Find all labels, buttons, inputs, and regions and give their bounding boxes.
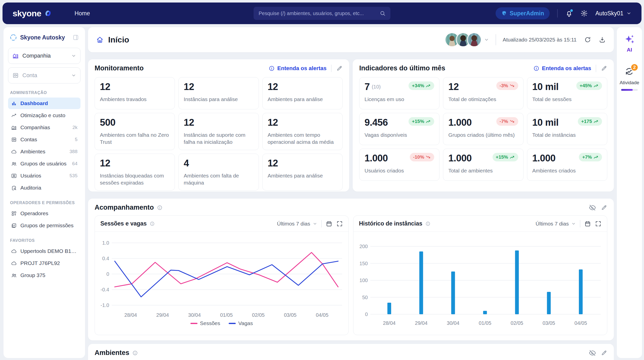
sidebar-sections: ADMINISTRAÇÃODashboardOtimização e custo… (8, 91, 80, 281)
stat-card: 12Ambientes para análise (262, 154, 343, 191)
sidebar-item-operadores[interactable]: Operadores (8, 208, 80, 219)
edit-icon[interactable] (601, 350, 607, 356)
understand-alerts-link[interactable]: Entenda os alertas (533, 65, 591, 72)
stat-label: Grupos criados (último mês) (448, 131, 518, 139)
sessions-chart-card: Sessões e vagas Últimos 7 dias 1.00.40-0… (95, 215, 349, 335)
instances-history-chart: 05010015020028/0429/0430/0401/0502/0503/… (356, 234, 605, 329)
stat-label: Ambientes com tempo operacional acima da… (268, 131, 337, 146)
stat-value: 12 (268, 81, 278, 92)
header-right: Atualizado 25/03/2025 às 15:11 (445, 32, 606, 47)
sidebar-section-label: ADMINISTRAÇÃO (10, 91, 78, 95)
edit-icon[interactable] (601, 65, 607, 72)
sidebar-item-otimizacao-e-custo[interactable]: Otimização e custo (8, 110, 80, 121)
workspace-name: Skyone Autosky (20, 34, 69, 41)
stat-value: 1.000 (448, 153, 472, 164)
sessions-chart-title: Sessões e vagas (100, 220, 147, 227)
charts-row: Sessões e vagas Últimos 7 dias 1.00.40-0… (88, 215, 614, 335)
sidebar-item-usuarios[interactable]: Usuários535 (8, 170, 80, 182)
skyone-logo-icon (44, 9, 52, 18)
count-badge: 5 (75, 137, 77, 142)
avatar[interactable] (467, 32, 481, 47)
home-icon (96, 36, 104, 43)
svg-text:1.0: 1.0 (102, 240, 109, 246)
info-icon (425, 221, 430, 226)
info-icon (157, 205, 163, 210)
fullscreen-icon[interactable] (336, 220, 343, 227)
stat-label: Ambientes travados (100, 96, 170, 103)
sidebar-item-projt-j76pl92[interactable]: PROJT J76PL92 (8, 257, 80, 269)
sidebar-item-dashboard[interactable]: Dashboard (8, 98, 80, 109)
notifications-button[interactable] (565, 10, 573, 17)
sidebar-item-grupos-de-usuarios[interactable]: Grupos de usuários64 (8, 158, 80, 169)
activity-label: Atividade (620, 80, 639, 85)
hide-section-icon[interactable] (589, 349, 596, 357)
range-select[interactable]: Últimos 7 dias (536, 221, 576, 227)
activity-button[interactable]: 2 Atividade (620, 53, 639, 91)
sidebar-item-contas[interactable]: Contas5 (8, 134, 80, 145)
account-menu[interactable]: AutoSky01 (595, 10, 631, 17)
indicators-grid: 7(10)+34%Licenças em uso12-3%Total de ot… (353, 76, 614, 186)
activity-progress (621, 89, 638, 91)
indicators-section: Indicadores do último mês Entenda os ale… (353, 59, 614, 192)
divider (596, 65, 596, 72)
stat-card: 12Ambientes para análise (262, 77, 343, 109)
sidebar-item-group-375[interactable]: Group 375 (8, 269, 80, 281)
instances-chart-title: Histórico de instâncias (359, 220, 422, 227)
ai-button[interactable]: AI (624, 34, 635, 53)
skyone-logo[interactable]: skyone (13, 9, 52, 18)
user-card-icon (11, 173, 17, 179)
sidebar-item-auditoria[interactable]: Auditoria (8, 182, 80, 194)
stat-card: 9.456+15%Vagas disponíveis (359, 113, 439, 145)
svg-text:150: 150 (359, 261, 368, 266)
stat-label: Instâncias para análise (184, 96, 253, 103)
search-input[interactable] (258, 10, 379, 17)
fullscreen-icon[interactable] (595, 220, 601, 227)
gear-icon[interactable] (580, 10, 588, 17)
stat-label: Total de otimizações (448, 96, 518, 103)
sidebar-item-companhias[interactable]: Companhias2k (8, 122, 80, 133)
company-select[interactable]: Companhia (8, 48, 80, 64)
role-badge[interactable]: SuperAdmin (496, 7, 550, 19)
svg-text:30/04: 30/04 (188, 312, 201, 318)
sidebar-item-uppertools-demo-b10pl14[interactable]: Uppertools DEMO B10PL14 (8, 245, 80, 257)
ambientes-title: Ambientes (95, 349, 129, 357)
card-icon (11, 137, 17, 143)
svg-text:29/04: 29/04 (415, 320, 427, 326)
spinner-icon (10, 34, 17, 41)
building-icon (12, 53, 19, 59)
stat-label: Ambientes para análise (268, 96, 337, 103)
download-icon[interactable] (599, 36, 606, 43)
page-header: Início Atualizado 25/03/2025 às 15:11 (88, 27, 614, 52)
refresh-icon[interactable] (584, 36, 591, 43)
stat-card: 12Ambientes travados (95, 77, 175, 109)
svg-text:30/04: 30/04 (447, 320, 459, 326)
sidebar-item-label: Contas (20, 137, 71, 143)
collapse-sidebar-icon[interactable] (72, 34, 79, 41)
edit-icon[interactable] (336, 65, 343, 72)
account-select[interactable]: Conta (8, 67, 80, 83)
stat-label: Ambientes com falha no Zero Trust (100, 131, 170, 146)
trend-icon (11, 113, 17, 118)
tracking-section: Acompanhamento Sessões e vagas Últimos 7… (88, 199, 614, 340)
monitoring-section: Monitoramento Entenda os alertas 12Ambie… (88, 59, 349, 192)
role-badge-label: SuperAdmin (510, 10, 544, 17)
chevron-down-icon[interactable] (484, 37, 489, 42)
range-select[interactable]: Últimos 7 dias (277, 221, 317, 227)
monitoring-grid: 12Ambientes travados12Instâncias para an… (88, 76, 349, 196)
cloud-icon (11, 149, 17, 155)
calendar-icon[interactable] (584, 220, 591, 227)
hide-section-icon[interactable] (589, 204, 596, 211)
calendar-icon[interactable] (326, 220, 332, 227)
stat-label: Total de ambientes (448, 167, 518, 174)
sidebar-item-ambientes[interactable]: Ambientes388 (8, 146, 80, 157)
avatar-group[interactable] (445, 32, 481, 47)
nav-home-link[interactable]: Home (74, 10, 90, 17)
edit-icon[interactable] (601, 204, 607, 211)
sidebar-item-grupos-de-permissoes[interactable]: Grupos de permissões (8, 220, 80, 231)
stat-card: 12Instâncias bloqueadas com sessões expi… (95, 154, 175, 191)
understand-alerts-link[interactable]: Entenda os alertas (269, 65, 327, 72)
sessions-vagas-chart: 1.00.40-0.4-1.028/0429/0430/0401/0502/05… (97, 234, 346, 320)
global-search[interactable] (254, 7, 390, 20)
sidebar-item-label: Companhias (20, 124, 69, 130)
stat-card: 12Ambientes com tempo operacional acima … (262, 113, 343, 150)
